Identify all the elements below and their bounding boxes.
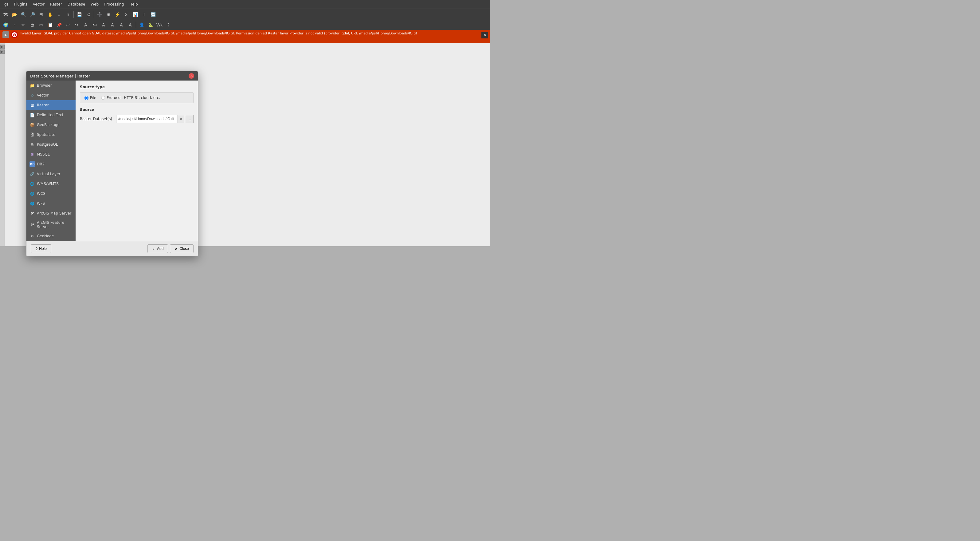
toolbar2-pencil[interactable]: ✏	[19, 21, 28, 29]
arcgis-map-icon: 🗺	[30, 211, 35, 216]
radio-protocol-label[interactable]: Protocol: HTTP(S), cloud, etc.	[101, 96, 160, 100]
sidebar-label-raster: Raster	[37, 103, 49, 107]
source-section-title: Source	[80, 108, 194, 112]
vector-icon: ⬡	[30, 93, 35, 98]
menu-processing[interactable]: Processing	[102, 2, 126, 7]
menu-vector[interactable]: Vector	[30, 2, 47, 7]
toolbar2-label3[interactable]: A	[99, 21, 108, 29]
dialog-sidebar: 📁 Browser ⬡ Vector ⊞ Raster 📄 Delimited …	[26, 81, 76, 241]
raster-dataset-clear-button[interactable]: ✕	[178, 115, 185, 123]
sidebar-item-wcs[interactable]: 🌐 WCS	[26, 189, 76, 199]
menu-database[interactable]: Database	[65, 2, 88, 7]
toolbar-select[interactable]: ↕	[55, 10, 63, 19]
sidebar-item-geonode[interactable]: ⚙ GeoNode	[26, 231, 76, 241]
toolbar-zoom-in[interactable]: 🔍	[19, 10, 28, 19]
error-stop-icon: ⊘	[11, 31, 18, 38]
toolbar-zoom-full[interactable]: ⊞	[37, 10, 46, 19]
toolbar-sep-2	[94, 11, 94, 18]
toolbar2-label4[interactable]: A	[108, 21, 117, 29]
toolbar2-label5[interactable]: A	[117, 21, 126, 29]
toolbar-zoom-out[interactable]: 🔎	[28, 10, 37, 19]
toolbar-open-project[interactable]: 📂	[10, 10, 19, 19]
toolbar-processing[interactable]: ⚡	[113, 10, 122, 19]
menu-raster[interactable]: Raster	[48, 2, 65, 7]
menu-gs[interactable]: gs	[2, 2, 11, 7]
sidebar-item-virtual-layer[interactable]: 🔗 Virtual Layer	[26, 169, 76, 179]
sidebar-label-wms-wmts: WMS/WMTS	[37, 182, 59, 186]
sidebar-label-delimited-text: Delimited Text	[37, 113, 63, 117]
panel-toggle-2[interactable]: ▶	[0, 49, 5, 54]
toolbar-save[interactable]: 💾	[75, 10, 84, 19]
radio-file-label[interactable]: File	[84, 96, 96, 100]
add-button[interactable]: ✓ Add	[148, 244, 168, 253]
sidebar-item-postgresql[interactable]: 🐘 PostgreSQL	[26, 140, 76, 149]
sidebar-item-delimited-text[interactable]: 📄 Delimited Text	[26, 110, 76, 120]
sidebar-item-vector[interactable]: ⬡ Vector	[26, 90, 76, 100]
panel-toggle-1[interactable]: ▶	[0, 45, 5, 49]
toolbar2-delete[interactable]: 🗑	[28, 21, 37, 29]
toolbar2-python[interactable]: 🐍	[146, 21, 155, 29]
toolbar2-dots[interactable]: ⋯	[10, 21, 19, 29]
toolbar2-label1[interactable]: A	[81, 21, 90, 29]
toolbar-add-layer[interactable]: ➕	[95, 10, 104, 19]
toolbar-2: 🌍 ⋯ ✏ 🗑 ✂ 📋 📌 ↩ ↪ A 🏷 A A A A 👤 🐍 Wk ?	[0, 20, 490, 30]
add-icon: ✓	[152, 247, 156, 251]
virtual-layer-icon: 🔗	[30, 171, 35, 177]
toolbar2-wk[interactable]: Wk	[155, 21, 164, 29]
error-close-button[interactable]: ✕	[481, 32, 488, 38]
sidebar-item-geopackage[interactable]: 📦 GeoPackage	[26, 120, 76, 130]
sidebar-item-browser[interactable]: 📁 Browser	[26, 81, 76, 90]
sidebar-item-spatialite[interactable]: 🗄 SpatiaLite	[26, 130, 76, 140]
raster-dataset-input[interactable]	[116, 115, 177, 123]
toolbar-identify[interactable]: ℹ	[64, 10, 72, 19]
sidebar-label-postgresql: PostgreSQL	[37, 142, 58, 147]
sidebar-item-mssql[interactable]: ⊞ MSSQL	[26, 149, 76, 159]
raster-icon: ⊞	[30, 102, 35, 108]
toolbar-print[interactable]: 🖨	[84, 10, 92, 19]
toolbar2-help[interactable]: ?	[164, 21, 173, 29]
toolbar2-redo[interactable]: ↪	[73, 21, 81, 29]
toolbar2-label6[interactable]: A	[126, 21, 135, 29]
toolbar-sep-1	[73, 11, 74, 18]
toolbar2-undo[interactable]: ↩	[64, 21, 72, 29]
sidebar-label-db2: DB2	[37, 162, 45, 166]
toolbar-text[interactable]: T	[140, 10, 148, 19]
toolbar-refresh[interactable]: 🔄	[149, 10, 157, 19]
wcs-icon: 🌐	[30, 191, 35, 196]
error-toggle-icon[interactable]: ▶	[2, 31, 9, 38]
close-button[interactable]: ✕ Close	[170, 244, 194, 253]
menu-web[interactable]: Web	[88, 2, 101, 7]
geopackage-icon: 📦	[30, 122, 35, 128]
help-button[interactable]: ? Help	[31, 244, 51, 253]
sidebar-item-raster[interactable]: ⊞ Raster	[26, 100, 76, 110]
sidebar-item-db2[interactable]: DB DB2	[26, 159, 76, 169]
menubar: gs Plugins Vector Raster Database Web Pr…	[0, 0, 490, 9]
raster-dataset-browse-button[interactable]: …	[185, 115, 194, 123]
toolbar-chart[interactable]: 📊	[131, 10, 140, 19]
toolbar-pan[interactable]: ✋	[46, 10, 54, 19]
sidebar-item-arcgis-map-server[interactable]: 🗺 ArcGIS Map Server	[26, 208, 76, 218]
menu-help[interactable]: Help	[127, 2, 140, 7]
radio-file[interactable]	[84, 96, 89, 100]
toolbar-new-project[interactable]: 🗺	[1, 10, 10, 19]
radio-protocol-text: Protocol: HTTP(S), cloud, etc.	[107, 96, 160, 100]
sidebar-item-wfs[interactable]: 🌐 WFS	[26, 199, 76, 208]
toolbar2-globe[interactable]: 🌍	[1, 21, 10, 29]
sidebar-item-wms-wmts[interactable]: 🌐 WMS/WMTS	[26, 179, 76, 189]
error-bar: ▶ ⊘ Invalid Layer: GDAL provider Cannot …	[0, 30, 490, 43]
toolbar2-cut[interactable]: ✂	[37, 21, 46, 29]
radio-protocol[interactable]	[101, 96, 105, 100]
toolbar2-user[interactable]: 👤	[137, 21, 146, 29]
toolbar2-paste[interactable]: 📌	[55, 21, 63, 29]
sidebar-item-arcgis-feature-server[interactable]: 🗺 ArcGIS Feature Server	[26, 218, 76, 231]
dialog-close-button[interactable]: ✕	[189, 73, 194, 79]
data-source-manager-dialog: Data Source Manager | Raster ✕ 📁 Browser…	[26, 71, 198, 256]
toolbar-settings[interactable]: ⚙	[104, 10, 113, 19]
toolbar2-copy[interactable]: 📋	[46, 21, 54, 29]
dialog-body: 📁 Browser ⬡ Vector ⊞ Raster 📄 Delimited …	[26, 81, 198, 241]
toolbar2-label2[interactable]: 🏷	[90, 21, 99, 29]
source-type-box: File Protocol: HTTP(S), cloud, etc.	[80, 92, 194, 103]
sidebar-label-wfs: WFS	[37, 201, 45, 206]
menu-plugins[interactable]: Plugins	[12, 2, 30, 7]
toolbar-sum[interactable]: Σ	[122, 10, 130, 19]
